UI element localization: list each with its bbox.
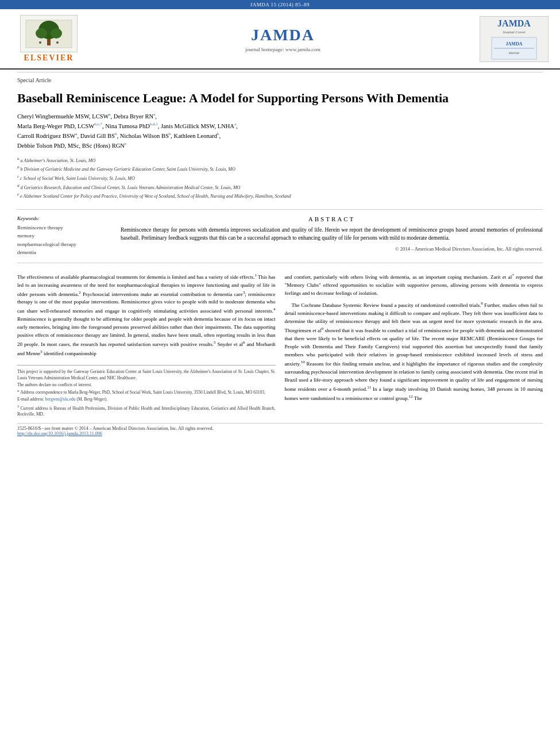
svg-point-7 [56, 41, 59, 44]
left-column: The effectiveness of available pharmacol… [17, 272, 276, 418]
keyword-1: Reminiscence therapy [17, 224, 109, 232]
keywords-list: Reminiscence therapy memory nonpharmacol… [17, 224, 109, 257]
footnote-conflicts: The authors declare no conflicts of inte… [17, 382, 276, 389]
journal-homepage: journal homepage: www.jamda.com [86, 47, 480, 52]
footnote-address: * Address correspondence to Marla Berg-W… [17, 390, 276, 396]
body-text-right: and comfort, particularly with others li… [285, 272, 543, 403]
abstract-heading: ABSTRACT [121, 216, 543, 222]
keyword-2: memory [17, 232, 109, 240]
svg-point-4 [51, 28, 62, 39]
article-title: Baseball Reminiscence League: A Model fo… [17, 90, 543, 107]
svg-text:JAMDA: JAMDA [506, 41, 523, 47]
footnotes-section: This project is supported by the Gateway… [17, 365, 276, 417]
footnote-email: E-mail address: bergwm@slu.edu (M. Berg-… [17, 397, 276, 403]
abstract-section: Keywords: Reminiscence therapy memory no… [17, 209, 543, 263]
body-para-right-2: The Cochrane Database Systemic Review fo… [285, 301, 543, 402]
footnote-funding: This project is supported by the Gateway… [17, 369, 276, 381]
affiliation-b: b b Division of Geriatric Medicine and t… [17, 164, 543, 173]
elsevier-tree-image [20, 15, 78, 52]
journal-citation: JAMDA 15 (2014) 85–89 [250, 2, 310, 7]
footer-doi[interactable]: http://dx.doi.org/10.1016/j.jamda.2013.1… [17, 431, 102, 436]
main-body: The effectiveness of available pharmacol… [17, 272, 543, 418]
journal-title: JAMDA [86, 26, 480, 44]
page-header: ELSEVIER JAMDA journal homepage: www.jam… [0, 9, 560, 70]
affiliation-a: a a Alzheimer's Association, St. Louis, … [17, 156, 543, 164]
svg-point-3 [36, 28, 47, 39]
abstract-column: ABSTRACT Reminiscence therapy for person… [121, 216, 543, 257]
top-bar: JAMDA 15 (2014) 85–89 [0, 0, 560, 9]
keywords-title: Keywords: [17, 216, 109, 221]
section-label: Special Article [17, 72, 543, 86]
authors-line: Cheryl Wingbermuehle MSW, LCSWa, Debra B… [17, 111, 543, 151]
abstract-text: Reminiscence therapy for persons with de… [121, 226, 543, 243]
header-center: JAMDA journal homepage: www.jamda.com [86, 26, 480, 52]
content-area: Special Article Baseball Reminiscence Le… [0, 72, 560, 436]
svg-point-5 [39, 41, 41, 44]
affiliation-c: c c School of Social Work, Saint Louis U… [17, 174, 543, 182]
keyword-3: nonpharmacological therapy [17, 240, 109, 248]
jamda-cover-image: JAMDA Journal Cover JAMDA elsevier [480, 16, 549, 62]
svg-text:elsevier: elsevier [509, 51, 520, 55]
svg-point-6 [48, 41, 50, 44]
body-para-right-1: and comfort, particularly with others li… [285, 272, 543, 298]
footer-issn: 1525-8610/$ - see front matter © 2014 – … [17, 426, 214, 431]
keywords-column: Keywords: Reminiscence therapy memory no… [17, 216, 121, 257]
footnote-1: 1 Current address is Bureau of Health Pr… [17, 404, 276, 418]
abstract-copyright: © 2014 – American Medical Directors Asso… [121, 246, 543, 252]
footer-bar: 1525-8610/$ - see front matter © 2014 – … [17, 423, 543, 436]
body-para-1: The effectiveness of available pharmacol… [17, 272, 276, 358]
affiliations: a a Alzheimer's Association, St. Louis, … [17, 156, 543, 200]
right-column: and comfort, particularly with others li… [285, 272, 543, 418]
body-text-left: The effectiveness of available pharmacol… [17, 272, 276, 358]
elsevier-text-logo: ELSEVIER [24, 53, 74, 63]
keyword-4: dementia [17, 248, 109, 256]
elsevier-logo: ELSEVIER [11, 15, 86, 63]
email-link[interactable]: bergwm@slu.edu [45, 397, 76, 402]
affiliation-d: d d Geriatrics Research, Education and C… [17, 183, 543, 191]
affiliation-e: e e Alzheimer Scotland Center for Policy… [17, 191, 543, 200]
